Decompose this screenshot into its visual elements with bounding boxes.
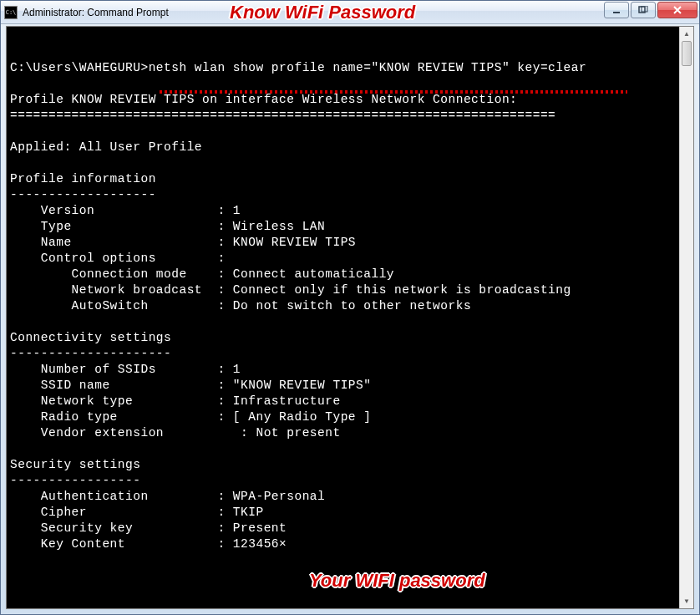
section-security: Security settings: [10, 458, 140, 471]
connection-mode: Connection mode : Connect automatically: [10, 267, 394, 281]
security-key: Security key : Present: [10, 521, 287, 535]
profile-version: Version : 1: [10, 204, 241, 217]
section-connectivity: Connectivity settings: [10, 331, 171, 344]
cipher: Cipher : TKIP: [10, 506, 264, 519]
svg-rect-0: [613, 12, 620, 13]
autoswitch: AutoSwitch : Do not switch to other netw…: [10, 299, 471, 313]
content-area: C:\Users\WAHEGURU>netsh wlan show profil…: [6, 26, 694, 609]
close-button[interactable]: [657, 2, 697, 18]
window-title: Administrator: Command Prompt: [23, 7, 169, 18]
profile-control: Control options :: [10, 252, 226, 265]
scroll-up-arrow-icon[interactable]: ▲: [680, 27, 693, 41]
section-profile-info: Profile information: [10, 172, 156, 186]
minimize-icon: [611, 6, 621, 14]
line: -----------------: [10, 474, 140, 487]
line: -------------------: [10, 188, 156, 201]
command-prompt-window: Administrator: Command Prompt C:\Users\W…: [0, 0, 700, 615]
profile-name: Name : KNOW REVIEW TIPS: [10, 236, 356, 249]
profile-type: Type : Wireless LAN: [10, 220, 325, 233]
authentication: Authentication : WPA-Personal: [10, 490, 325, 503]
num-ssids: Number of SSIDs : 1: [10, 363, 241, 376]
line: ========================================…: [10, 109, 555, 122]
network-type: Network type : Infrastructure: [10, 394, 341, 408]
cmd-icon: [4, 6, 18, 19]
ssid-name: SSID name : "KNOW REVIEW TIPS": [10, 379, 371, 392]
titlebar[interactable]: Administrator: Command Prompt: [1, 1, 699, 24]
scroll-thumb[interactable]: [682, 41, 692, 66]
minimize-button[interactable]: [604, 2, 629, 18]
prompt-line: C:\Users\WAHEGURU>netsh wlan show profil…: [10, 61, 586, 74]
key-content: Key Content : 123456×: [10, 537, 287, 551]
applied-line: Applied: All User Profile: [10, 140, 202, 154]
scroll-down-arrow-icon[interactable]: ▼: [680, 594, 693, 608]
window-controls: [604, 2, 697, 18]
radio-type: Radio type : [ Any Radio Type ]: [10, 410, 371, 424]
line: ---------------------: [10, 347, 171, 360]
vertical-scrollbar[interactable]: ▲ ▼: [679, 27, 693, 608]
network-broadcast: Network broadcast : Connect only if this…: [10, 283, 571, 297]
maximize-icon: [638, 6, 648, 14]
terminal-output[interactable]: C:\Users\WAHEGURU>netsh wlan show profil…: [7, 27, 679, 608]
profile-header: Profile KNOW REVIEW TIPS on interface Wi…: [10, 93, 517, 106]
maximize-button[interactable]: [631, 2, 656, 18]
vendor-extension: Vendor extension : Not present: [10, 426, 341, 440]
close-icon: [672, 6, 682, 14]
